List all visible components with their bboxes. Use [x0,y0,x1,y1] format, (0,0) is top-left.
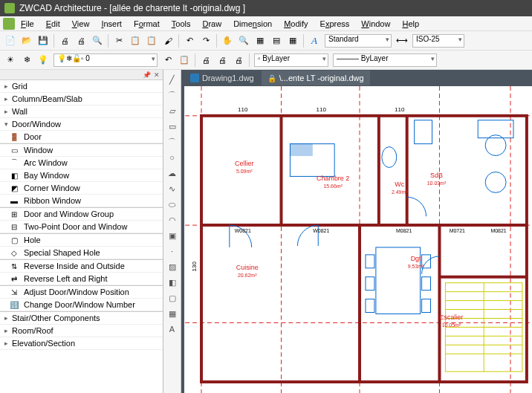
app-menu-icon[interactable] [3,18,15,30]
layer-prev-icon[interactable]: ↶ [160,53,175,68]
pin-icon[interactable]: 📌 [143,71,151,79]
grad-icon[interactable]: ◧ [166,276,179,289]
circle-icon[interactable]: ○ [166,151,179,164]
svg-text:M0821: M0821 [396,228,412,233]
line-icon[interactable]: ╱ [166,73,179,86]
open-icon[interactable]: 📂 [19,33,34,48]
svg-text:20.62m²: 20.62m² [238,273,257,278]
rect-icon[interactable]: ▭ [166,120,179,133]
tree-wall[interactable]: ▸Wall [0,105,163,118]
paste-icon[interactable]: 📋 [144,33,159,48]
svg-text:SdB: SdB [430,172,443,179]
menu-modify[interactable]: Modify [278,18,314,30]
menu-help[interactable]: Help [396,18,425,30]
earc-icon[interactable]: ◠ [166,213,179,227]
layer-combo[interactable]: 💡❄🔓▫ 0 [53,53,158,67]
drawing-canvas[interactable]: 110 110 110 130 W0821 W0821 M0821 M0721 … [184,86,532,393]
item-two-point-door-and-window[interactable]: ⊟Two-Point Door and Window [0,221,163,233]
dim-style-combo[interactable]: ISO-25 [412,34,464,48]
print-b-icon[interactable]: 🖨 [215,53,230,68]
text-style-combo[interactable]: Standard [325,34,392,48]
layer-state-icon[interactable]: 📋 [177,53,192,68]
tool-icon[interactable]: ▦ [285,33,300,48]
dim-style-icon[interactable]: ⟷ [395,33,409,48]
region-icon[interactable]: ▢ [166,291,179,305]
item-special-shaped-hole[interactable]: ◇Special Shaped Hole [0,247,163,259]
menu-dimension[interactable]: Dimension [227,18,278,30]
pline-icon[interactable]: ⌒ [166,88,179,102]
menu-format[interactable]: Format [128,18,166,30]
item-arc-window[interactable]: ⌒Arc Window [0,157,163,169]
ltype-combo[interactable]: ——— ByLayer [333,53,437,67]
item-reverse-left-and-right[interactable]: ⇄Reverse Left and Right [0,273,163,285]
item-hole[interactable]: ▢Hole [0,234,163,247]
close-icon[interactable]: ✕ [154,71,160,79]
redo-icon[interactable]: ↷ [198,33,213,48]
floorplan-svg: 110 110 110 130 W0821 W0821 M0821 M0721 … [184,86,532,393]
menu-draw[interactable]: Draw [196,18,227,30]
text-style-icon[interactable]: A [307,33,322,48]
item-ribbon-window[interactable]: ▬Ribbon Window [0,195,163,207]
print-a-icon[interactable]: 🖨 [198,53,213,68]
spline-icon[interactable]: ∿ [166,182,179,195]
menu-insert[interactable]: Insert [95,18,128,30]
layer-icon[interactable]: ▦ [253,33,267,48]
svg-text:W0821: W0821 [313,228,329,233]
item-door-and-window-group[interactable]: ⊞Door and Window Group [0,208,163,221]
item-reverse-inside-and-outside[interactable]: ⇅Reverse Inside and Outside [0,260,163,273]
item-corner-window[interactable]: ◩Corner Window [0,182,163,195]
copy-icon[interactable]: 📋 [128,33,143,48]
tree-grid[interactable]: ▸Grid [0,80,163,93]
item-change-door-window-number[interactable]: 🔢Change Door/Window Number [0,299,163,311]
point-icon[interactable]: · [166,244,179,258]
block-icon[interactable]: ▣ [166,229,179,242]
menu-view[interactable]: View [66,18,96,30]
svg-text:5.09m²: 5.09m² [236,169,253,174]
color-combo[interactable]: ▫ ByLayer [254,53,328,67]
item-bay-window[interactable]: ◧Bay Window [0,169,163,182]
plot-icon[interactable]: 🖨 [74,33,88,48]
menu-tools[interactable]: Tools [166,18,197,30]
menu-window[interactable]: Window [355,18,396,30]
tree-column-beam-slab[interactable]: ▸Column/Beam/Slab [0,93,163,105]
match-icon[interactable]: 🖌 [160,33,175,48]
menubar: File Edit View Insert Format Tools Draw … [0,16,532,31]
tab-drawing1[interactable]: Drawing1.dwg [184,71,260,85]
preview-icon[interactable]: 🔍 [90,33,105,48]
cut-icon[interactable]: ✂ [111,33,126,48]
tree-room-roof[interactable]: ▸Room/Roof [0,325,163,337]
svg-rect-17 [290,144,312,156]
save-icon[interactable]: 💾 [36,33,51,48]
tree-stair-other-components[interactable]: ▸Stair/Other Components [0,312,163,325]
on-icon[interactable]: 💡 [36,53,51,68]
item-adjust-door-window-position[interactable]: ⇲Adjust Door/Window Position [0,286,163,299]
cloud-icon[interactable]: ☁ [166,166,179,180]
table-icon[interactable]: ▦ [166,307,179,320]
freeze-icon[interactable]: ❄ [19,53,34,68]
addtext-icon[interactable]: A [166,322,179,336]
svg-rect-20 [366,277,374,290]
item-door[interactable]: 🚪Door [0,131,163,143]
item-window[interactable]: ▭Window [0,144,163,157]
pan-icon[interactable]: ✋ [220,33,235,48]
tab-charente[interactable]: 🔒 \...ente LT -original.dwg [262,71,370,85]
new-icon[interactable]: 📄 [3,33,18,48]
svg-rect-21 [366,299,374,313]
poly-icon[interactable]: ▱ [166,104,179,117]
hatch-icon[interactable]: ▨ [166,260,179,273]
tree-door-window[interactable]: ▾Door/Window [0,118,163,131]
undo-icon[interactable]: ↶ [182,33,197,48]
ellipse-icon[interactable]: ⬭ [166,198,179,211]
svg-text:110: 110 [238,106,248,113]
arc2-icon[interactable]: ⌒ [166,135,179,149]
props-icon[interactable]: ▤ [269,33,284,48]
tree-elevation-section[interactable]: ▸Elevation/Section [0,337,163,350]
menu-express[interactable]: Express [314,18,356,30]
svg-text:10.05m²: 10.05m² [442,322,461,328]
layers-icon[interactable]: ☀ [3,53,18,68]
print-c-icon[interactable]: 🖨 [231,53,246,68]
print-icon[interactable]: 🖨 [57,33,72,48]
menu-file[interactable]: File [15,18,40,30]
menu-edit[interactable]: Edit [40,18,66,30]
zoom-icon[interactable]: 🔍 [236,33,251,48]
